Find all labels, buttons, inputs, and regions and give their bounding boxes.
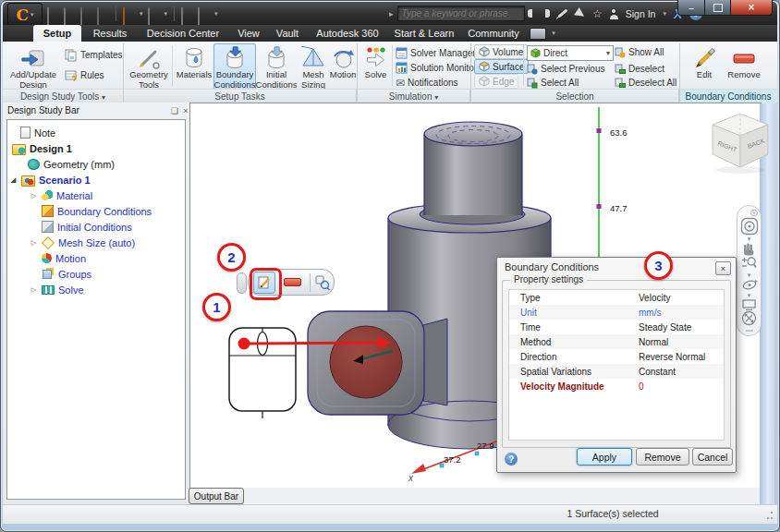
deselect-all-button[interactable]: Deselect All	[615, 76, 676, 90]
geometry-tools-button[interactable]: Geometry Tools	[126, 43, 172, 91]
resize-grip[interactable]	[763, 511, 774, 521]
materials-button[interactable]: Materials	[174, 43, 214, 91]
navbar-close-icon[interactable]	[739, 209, 759, 217]
search-binoculars-icon[interactable]	[528, 9, 550, 18]
select-volume-button[interactable]: Volume	[474, 44, 528, 59]
steering-wheel-icon[interactable]	[740, 217, 759, 236]
navbar-dropdown-icon[interactable]: ▾	[748, 236, 751, 242]
model-inlet-port[interactable]	[308, 311, 447, 415]
look-at-icon[interactable]	[741, 298, 757, 311]
summary-table-icon[interactable]	[198, 7, 200, 25]
infocenter-toggle-icon[interactable]	[530, 28, 546, 40]
sign-in-person-icon[interactable]	[610, 15, 618, 19]
tree-item-solve[interactable]: ▷ Solve	[7, 282, 185, 297]
save-as-icon[interactable]	[97, 7, 99, 25]
deselect-button[interactable]: Deselect	[615, 62, 664, 76]
templates-button[interactable]: Templates	[65, 48, 123, 62]
open-file-icon[interactable]	[64, 7, 66, 25]
dialog-close-button[interactable]: ×	[715, 261, 731, 275]
review-selection-mini-icon[interactable]	[314, 274, 331, 291]
property-row-direction[interactable]: Direction Reverse Normal	[509, 349, 724, 364]
selected-inlet-surface[interactable]	[330, 326, 402, 398]
publish-icon[interactable]	[123, 7, 125, 25]
save-icon[interactable]	[80, 7, 82, 25]
tabrow-dropdown-icon[interactable]: ▾	[548, 25, 559, 42]
remove-boundary-condition-button[interactable]: Remove	[722, 43, 766, 91]
panel-float-icon[interactable]: ❏	[169, 106, 180, 115]
property-row-spatial-variations[interactable]: Spatial Variations Constant	[509, 364, 724, 379]
edit-boundary-condition-button[interactable]: Edit	[687, 43, 722, 91]
design-review-icon[interactable]	[181, 7, 183, 25]
pan-hand-icon[interactable]	[741, 242, 757, 257]
subscription-wrench-icon[interactable]	[557, 8, 567, 18]
tab-vault[interactable]: Vault	[269, 25, 306, 42]
tab-decision-center[interactable]: Decision Center	[140, 25, 226, 42]
publish-dropdown-icon[interactable]: ▾	[140, 10, 143, 18]
mini-toolbar-handle[interactable]	[237, 272, 247, 294]
qat-overflow-icon[interactable]: ▾	[214, 10, 218, 18]
group-label-simulation[interactable]: Simulation ▾	[358, 89, 470, 103]
tree-item-motion[interactable]: Motion	[7, 250, 185, 266]
collapse-caret-icon[interactable]: ▷	[30, 239, 38, 247]
favorites-star-icon[interactable]: ☆	[592, 7, 603, 20]
tree-item-design-1[interactable]: Design 1	[7, 140, 185, 156]
search-prev-icon[interactable]: ▸	[389, 9, 394, 18]
select-previous-button[interactable]: Select Previous	[527, 62, 604, 76]
tree-item-scenario-1[interactable]: ◢ Scenario 1	[7, 172, 185, 187]
sign-in-dropdown-icon[interactable]: ▾	[663, 10, 666, 18]
tree-item-boundary-conditions[interactable]: Boundary Conditions	[7, 203, 185, 219]
collapse-caret-icon[interactable]: ▷	[30, 192, 38, 200]
communication-center-icon[interactable]	[574, 7, 587, 20]
dialog-help-icon[interactable]: ?	[505, 453, 518, 466]
rules-button[interactable]: Rules	[65, 68, 104, 82]
remove-button[interactable]: Remove	[636, 448, 689, 466]
new-file-icon[interactable]	[47, 7, 49, 25]
navbar-dropdown-icon[interactable]: ▾	[748, 272, 751, 278]
close-button[interactable]: ×	[731, 0, 773, 16]
view-cube[interactable]: RIGHT BACK	[706, 112, 774, 175]
property-row-method[interactable]: Method Normal	[509, 334, 724, 349]
property-row-time[interactable]: Time Steady State	[509, 320, 724, 334]
property-row-velocity-magnitude[interactable]: Velocity Magnitude 0	[509, 379, 724, 393]
show-all-button[interactable]: Show All	[615, 45, 664, 59]
model-top-cylinder[interactable]	[424, 122, 522, 215]
solver-manager-button[interactable]: Solver Manager	[396, 46, 476, 60]
zoom-icon[interactable]	[741, 256, 757, 272]
output-bar-button[interactable]: Output Bar	[189, 488, 244, 504]
boundary-conditions-button[interactable]: Boundary Conditions	[213, 43, 256, 91]
select-all-button[interactable]: Select All	[527, 76, 579, 90]
property-row-unit[interactable]: Unit mm/s	[509, 305, 724, 320]
tab-start-learn[interactable]: Start & Learn	[388, 25, 460, 42]
mesh-sizing-button[interactable]: Mesh Sizing	[297, 43, 330, 91]
apply-button[interactable]: Apply	[577, 448, 632, 466]
tree-item-geometry[interactable]: Geometry (mm)	[7, 156, 185, 172]
property-row-type[interactable]: Type Velocity	[509, 290, 724, 305]
collapse-caret-icon[interactable]: ▷	[30, 286, 38, 294]
selection-mode-dropdown[interactable]: Direct ▾	[527, 45, 614, 61]
expand-caret-icon[interactable]: ◢	[9, 176, 18, 184]
tab-view[interactable]: View	[231, 25, 266, 42]
tab-community[interactable]: Community	[464, 25, 523, 42]
search-input[interactable]	[397, 6, 525, 21]
select-surface-button[interactable]: Surface	[474, 59, 529, 74]
tree-item-mesh-size[interactable]: ▷ Mesh Size (auto)	[7, 235, 185, 250]
tree-item-material[interactable]: ▷ Material	[7, 187, 185, 203]
orbit-icon[interactable]	[741, 278, 758, 292]
group-label-design-study-tools[interactable]: Design Study Tools ▾	[3, 89, 124, 103]
motion-button[interactable]: Motion	[329, 43, 357, 91]
select-edge-button[interactable]: Edge	[474, 74, 518, 89]
tree-item-initial-conditions[interactable]: Initial Conditions	[7, 219, 185, 235]
minimize-button[interactable]: –	[677, 0, 705, 16]
tab-setup[interactable]: Setup	[33, 25, 81, 42]
solution-monitor-button[interactable]: Solution Monitor	[396, 61, 477, 75]
add-update-design-button[interactable]: Add/Update Design	[6, 43, 61, 91]
remove-boundary-condition-mini-icon[interactable]	[284, 278, 301, 286]
tree-item-groups[interactable]: Groups	[7, 266, 185, 282]
sign-in-label[interactable]: Sign In	[626, 8, 656, 19]
tab-results[interactable]: Results	[86, 25, 134, 42]
visual-style-icon[interactable]	[148, 7, 150, 25]
solve-button[interactable]: Solve	[360, 43, 392, 91]
cancel-button[interactable]: Cancel	[692, 448, 733, 466]
maximize-button[interactable]	[705, 0, 731, 16]
initial-conditions-button[interactable]: Initial Conditions	[255, 43, 298, 91]
